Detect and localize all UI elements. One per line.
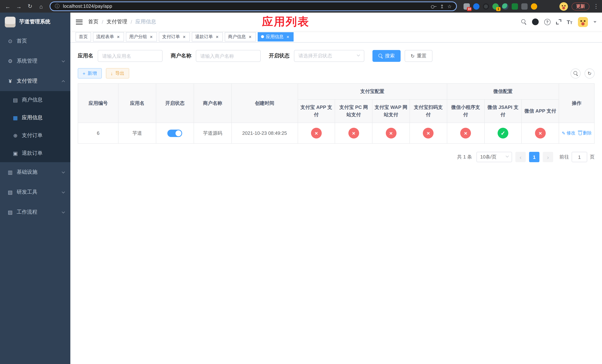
user-avatar[interactable] bbox=[578, 17, 588, 27]
tab-close-icon[interactable]: × bbox=[149, 34, 154, 39]
share-icon[interactable]: ↥ bbox=[440, 3, 444, 9]
tags-view-bar: 首页 流程表单 × 用户分组 × 支付订单 × 退款订单 × 商户信息 × bbox=[70, 31, 602, 43]
sidebar-item-workflow[interactable]: ▨ 工作流程 bbox=[0, 202, 70, 222]
password-key-icon[interactable] bbox=[431, 5, 437, 8]
tab-close-icon[interactable]: × bbox=[248, 34, 252, 39]
cell-wx-lite: × bbox=[447, 123, 484, 144]
breadcrumb-item[interactable]: 支付管理 bbox=[107, 19, 127, 25]
edit-link[interactable]: ✎ 修改 bbox=[562, 130, 575, 137]
tab-home[interactable]: 首页 bbox=[75, 32, 91, 41]
merchant-name-input[interactable] bbox=[196, 50, 261, 62]
tab-process-form[interactable]: 流程表单 × bbox=[93, 32, 124, 41]
font-size-icon[interactable]: T T bbox=[567, 19, 572, 25]
tab-user-group[interactable]: 用户分组 × bbox=[126, 32, 157, 41]
extension-icon[interactable] bbox=[483, 3, 489, 10]
extension-icon[interactable]: 1 bbox=[492, 3, 499, 10]
sidebar-item-merchant-info[interactable]: ▤ 商户信息 bbox=[0, 91, 70, 109]
extension-icon[interactable] bbox=[512, 3, 518, 10]
extension-icon[interactable] bbox=[473, 3, 479, 10]
browser-update-button[interactable]: 更新 bbox=[572, 2, 589, 10]
tab-pay-order[interactable]: 支付订单 × bbox=[159, 32, 190, 41]
extension-icon[interactable] bbox=[521, 3, 527, 10]
caret-down-icon[interactable] bbox=[593, 21, 596, 23]
tab-refund-order[interactable]: 退款订单 × bbox=[192, 32, 223, 41]
extension-icon[interactable] bbox=[502, 3, 508, 10]
sidebar-item-label: 应用信息 bbox=[22, 114, 64, 121]
cell-actions: ✎ 修改 删除 bbox=[559, 123, 594, 144]
show-search-button[interactable] bbox=[570, 68, 580, 78]
payment-submenu: ▤ 商户信息 ▦ 应用信息 ⊕ 支付订单 ▣ 退款订单 bbox=[0, 91, 70, 162]
prev-page-button[interactable]: ‹ bbox=[515, 152, 526, 162]
next-page-button[interactable]: › bbox=[543, 152, 553, 162]
export-button[interactable]: ↓ 导出 bbox=[106, 68, 129, 78]
status-select[interactable]: 请选择开启状态 bbox=[294, 50, 364, 62]
address-bar[interactable]: ⓘ localhost:1024/pay/app ↥ ☆ bbox=[50, 1, 457, 11]
extension-icon[interactable]: 10 bbox=[463, 3, 470, 10]
status-label: 开启状态 bbox=[269, 53, 290, 59]
page-size-select[interactable]: 10条/页 bbox=[476, 152, 512, 162]
goto-page-input[interactable] bbox=[572, 152, 587, 162]
tab-close-icon[interactable]: × bbox=[215, 34, 220, 39]
download-icon: ↓ bbox=[110, 71, 113, 76]
sidebar-item-refund-order[interactable]: ▣ 退款订单 bbox=[0, 144, 70, 162]
col-alipay-app: 支付宝 APP 支付 bbox=[298, 99, 335, 123]
sidebar-item-label: 研发工具 bbox=[17, 189, 59, 195]
tab-close-icon[interactable]: × bbox=[182, 34, 187, 39]
bookmark-star-icon[interactable]: ☆ bbox=[447, 3, 452, 9]
cell-wx-jsapi: ✓ bbox=[484, 123, 522, 144]
filter-merchant-name: 商户名称 bbox=[171, 50, 261, 62]
tab-label: 商户信息 bbox=[228, 33, 246, 40]
search-button[interactable]: 搜索 bbox=[372, 50, 401, 62]
current-page-button[interactable]: 1 bbox=[529, 152, 539, 162]
col-merchant-name: 商户名称 bbox=[194, 84, 232, 123]
table-tools: ↻ bbox=[570, 68, 595, 78]
config-status-icon: × bbox=[460, 128, 471, 139]
delete-label: 删除 bbox=[583, 130, 592, 137]
pagination: 共 1 条 10条/页 ‹ 1 › 前往 页 bbox=[78, 152, 595, 162]
extension-icon[interactable] bbox=[531, 3, 537, 10]
dashboard-icon: ⊙ bbox=[7, 38, 13, 44]
breadcrumb-item[interactable]: 首页 bbox=[88, 19, 98, 25]
delete-link[interactable]: 删除 bbox=[579, 130, 592, 137]
browser-menu-icon[interactable]: ⋮ bbox=[593, 3, 599, 10]
url-text[interactable]: localhost:1024/pay/app bbox=[63, 4, 428, 9]
status-toggle[interactable] bbox=[168, 130, 182, 137]
refresh-table-button[interactable]: ↻ bbox=[585, 68, 595, 78]
app-logo[interactable]: 芋道管理系统 bbox=[0, 13, 70, 31]
tab-close-icon[interactable]: × bbox=[116, 34, 121, 39]
navbar-actions: ? T T bbox=[521, 17, 596, 27]
site-info-icon[interactable]: ⓘ bbox=[55, 3, 60, 10]
sidebar-item-infrastructure[interactable]: ▥ 基础设施 bbox=[0, 162, 70, 182]
browser-reload-icon[interactable]: ↻ bbox=[25, 1, 35, 11]
breadcrumb-separator: / bbox=[102, 19, 103, 25]
add-button[interactable]: + 新增 bbox=[78, 68, 102, 78]
sidebar-toggle-icon[interactable] bbox=[76, 20, 83, 24]
sidebar-item-payment[interactable]: ¥ 支付管理 bbox=[0, 71, 70, 91]
browser-forward-icon[interactable]: → bbox=[14, 1, 24, 11]
sidebar-item-pay-order[interactable]: ⊕ 支付订单 bbox=[0, 127, 70, 144]
app-name-input[interactable] bbox=[98, 50, 162, 62]
browser-profile-avatar[interactable] bbox=[559, 2, 568, 11]
github-icon[interactable] bbox=[532, 19, 538, 25]
tab-app-info-active[interactable]: 应用信息 × bbox=[258, 32, 294, 41]
browser-back-icon[interactable]: ← bbox=[3, 1, 13, 11]
cell-alipay-wap: × bbox=[372, 123, 410, 144]
tab-merchant-info[interactable]: 商户信息 × bbox=[225, 32, 256, 41]
help-icon[interactable]: ? bbox=[544, 19, 550, 25]
refresh-icon: ↻ bbox=[588, 71, 592, 76]
browser-home-icon[interactable]: ⌂ bbox=[36, 1, 46, 11]
search-form: 应用名 商户名称 开启状态 请选择开启状态 搜索 bbox=[78, 50, 595, 62]
reset-button[interactable]: ↻ 重置 bbox=[405, 50, 432, 62]
tab-close-icon[interactable]: × bbox=[285, 34, 290, 39]
sidebar-item-app-info[interactable]: ▦ 应用信息 bbox=[0, 109, 70, 127]
sidebar-item-dev-tools[interactable]: ▧ 研发工具 bbox=[0, 182, 70, 202]
fullscreen-icon[interactable] bbox=[556, 19, 561, 24]
sidebar-item-system[interactable]: ⚙ 系统管理 bbox=[0, 51, 70, 71]
search-icon[interactable] bbox=[521, 19, 526, 24]
sidebar-item-label: 工作流程 bbox=[17, 209, 59, 215]
col-actions: 操作 bbox=[559, 84, 594, 123]
config-status-icon: × bbox=[348, 128, 359, 139]
col-wx-lite: 微信小程序支付 bbox=[447, 99, 484, 123]
cell-create-time: 2021-10-23 08:49:25 bbox=[231, 123, 298, 144]
sidebar-item-home[interactable]: ⊙ 首页 bbox=[0, 31, 70, 51]
